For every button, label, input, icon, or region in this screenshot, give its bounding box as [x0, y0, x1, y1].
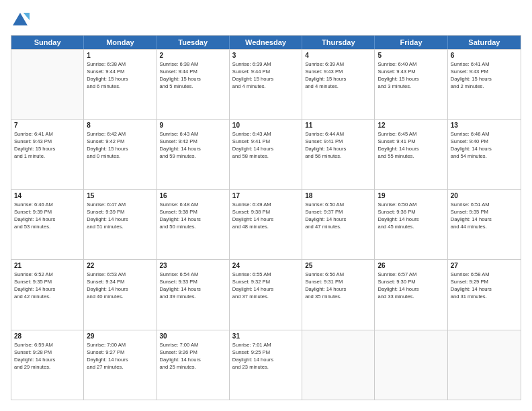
calendar-header-cell: Sunday [11, 36, 84, 49]
calendar-cell: 25Sunrise: 6:56 AMSunset: 9:31 PMDayligh… [302, 260, 375, 329]
calendar: SundayMondayTuesdayWednesdayThursdayFrid… [11, 35, 521, 400]
day-number: 7 [14, 122, 81, 129]
header [11, 11, 521, 30]
day-info: Sunrise: 7:00 AMSunset: 9:26 PMDaylight:… [160, 341, 226, 371]
day-info: Sunrise: 6:47 AMSunset: 9:39 PMDaylight:… [87, 201, 153, 230]
calendar-header: SundayMondayTuesdayWednesdayThursdayFrid… [11, 36, 521, 49]
calendar-cell: 13Sunrise: 6:46 AMSunset: 9:40 PMDayligh… [448, 120, 521, 189]
day-number: 13 [451, 122, 518, 129]
day-number: 24 [232, 262, 299, 269]
logo [11, 11, 32, 30]
day-info: Sunrise: 6:51 AMSunset: 9:35 PMDaylight:… [451, 201, 518, 230]
day-number: 3 [232, 52, 299, 59]
calendar-cell [448, 330, 521, 400]
day-number: 14 [14, 192, 81, 199]
day-info: Sunrise: 6:53 AMSunset: 9:34 PMDaylight:… [87, 271, 153, 300]
calendar-header-cell: Wednesday [230, 36, 302, 49]
day-info: Sunrise: 6:48 AMSunset: 9:38 PMDaylight:… [160, 201, 226, 230]
calendar-cell: 6Sunrise: 6:41 AMSunset: 9:43 PMDaylight… [448, 50, 521, 119]
day-info: Sunrise: 7:01 AMSunset: 9:25 PMDaylight:… [232, 341, 299, 371]
day-info: Sunrise: 6:39 AMSunset: 9:43 PMDaylight:… [305, 60, 371, 90]
day-info: Sunrise: 6:45 AMSunset: 9:41 PMDaylight:… [378, 130, 444, 160]
day-number: 10 [232, 122, 299, 129]
calendar-cell: 22Sunrise: 6:53 AMSunset: 9:34 PMDayligh… [84, 260, 157, 329]
day-info: Sunrise: 6:46 AMSunset: 9:39 PMDaylight:… [14, 201, 81, 230]
calendar-week: 28Sunrise: 6:59 AMSunset: 9:28 PMDayligh… [11, 330, 521, 400]
calendar-cell: 2Sunrise: 6:38 AMSunset: 9:44 PMDaylight… [157, 50, 230, 119]
calendar-week: 14Sunrise: 6:46 AMSunset: 9:39 PMDayligh… [11, 189, 521, 259]
calendar-cell: 7Sunrise: 6:41 AMSunset: 9:43 PMDaylight… [11, 120, 84, 189]
day-number: 18 [305, 192, 371, 199]
calendar-body: 1Sunrise: 6:38 AMSunset: 9:44 PMDaylight… [11, 49, 521, 400]
day-info: Sunrise: 6:42 AMSunset: 9:42 PMDaylight:… [87, 130, 153, 160]
day-info: Sunrise: 6:40 AMSunset: 9:43 PMDaylight:… [378, 60, 444, 90]
calendar-header-cell: Friday [375, 36, 447, 49]
calendar-cell: 24Sunrise: 6:55 AMSunset: 9:32 PMDayligh… [230, 260, 302, 329]
day-number: 25 [305, 262, 371, 269]
calendar-cell: 30Sunrise: 7:00 AMSunset: 9:26 PMDayligh… [157, 330, 230, 400]
calendar-cell: 15Sunrise: 6:47 AMSunset: 9:39 PMDayligh… [84, 190, 157, 259]
day-info: Sunrise: 6:59 AMSunset: 9:28 PMDaylight:… [14, 341, 81, 371]
day-number: 26 [378, 262, 444, 269]
day-number: 27 [451, 262, 518, 269]
day-info: Sunrise: 6:41 AMSunset: 9:43 PMDaylight:… [14, 130, 81, 160]
calendar-cell: 23Sunrise: 6:54 AMSunset: 9:33 PMDayligh… [157, 260, 230, 329]
day-info: Sunrise: 6:54 AMSunset: 9:33 PMDaylight:… [160, 271, 226, 300]
day-info: Sunrise: 6:46 AMSunset: 9:40 PMDaylight:… [451, 130, 518, 160]
calendar-cell: 19Sunrise: 6:50 AMSunset: 9:36 PMDayligh… [375, 190, 447, 259]
calendar-cell: 27Sunrise: 6:58 AMSunset: 9:29 PMDayligh… [448, 260, 521, 329]
day-info: Sunrise: 6:43 AMSunset: 9:42 PMDaylight:… [160, 130, 226, 160]
calendar-cell: 12Sunrise: 6:45 AMSunset: 9:41 PMDayligh… [375, 120, 447, 189]
calendar-cell: 26Sunrise: 6:57 AMSunset: 9:30 PMDayligh… [375, 260, 447, 329]
day-info: Sunrise: 6:39 AMSunset: 9:44 PMDaylight:… [232, 60, 299, 90]
day-number: 15 [87, 192, 153, 199]
calendar-week: 7Sunrise: 6:41 AMSunset: 9:43 PMDaylight… [11, 119, 521, 189]
day-number: 28 [14, 332, 81, 340]
calendar-cell: 29Sunrise: 7:00 AMSunset: 9:27 PMDayligh… [84, 330, 157, 400]
day-info: Sunrise: 6:50 AMSunset: 9:37 PMDaylight:… [305, 201, 371, 230]
calendar-cell: 14Sunrise: 6:46 AMSunset: 9:39 PMDayligh… [11, 190, 84, 259]
calendar-header-cell: Thursday [302, 36, 375, 49]
day-info: Sunrise: 6:49 AMSunset: 9:38 PMDaylight:… [232, 201, 299, 230]
calendar-cell: 16Sunrise: 6:48 AMSunset: 9:38 PMDayligh… [157, 190, 230, 259]
day-number: 30 [160, 332, 226, 340]
day-info: Sunrise: 6:57 AMSunset: 9:30 PMDaylight:… [378, 271, 444, 300]
day-info: Sunrise: 6:38 AMSunset: 9:44 PMDaylight:… [160, 60, 226, 90]
calendar-cell: 21Sunrise: 6:52 AMSunset: 9:35 PMDayligh… [11, 260, 84, 329]
day-number: 5 [378, 52, 444, 59]
day-number: 21 [14, 262, 81, 269]
day-number: 20 [451, 192, 518, 199]
day-number: 9 [160, 122, 226, 129]
calendar-cell [375, 330, 447, 400]
svg-marker-1 [24, 13, 30, 20]
calendar-cell: 5Sunrise: 6:40 AMSunset: 9:43 PMDaylight… [375, 50, 447, 119]
calendar-cell: 17Sunrise: 6:49 AMSunset: 9:38 PMDayligh… [230, 190, 302, 259]
day-number: 16 [160, 192, 226, 199]
calendar-week: 21Sunrise: 6:52 AMSunset: 9:35 PMDayligh… [11, 259, 521, 329]
day-number: 6 [451, 52, 518, 59]
day-number: 29 [87, 332, 153, 340]
day-number: 8 [87, 122, 153, 129]
calendar-week: 1Sunrise: 6:38 AMSunset: 9:44 PMDaylight… [11, 49, 521, 119]
day-info: Sunrise: 6:52 AMSunset: 9:35 PMDaylight:… [14, 271, 81, 300]
calendar-cell: 28Sunrise: 6:59 AMSunset: 9:28 PMDayligh… [11, 330, 84, 400]
calendar-header-cell: Monday [84, 36, 157, 49]
day-info: Sunrise: 6:58 AMSunset: 9:29 PMDaylight:… [451, 271, 518, 300]
calendar-cell: 4Sunrise: 6:39 AMSunset: 9:43 PMDaylight… [302, 50, 375, 119]
day-number: 12 [378, 122, 444, 129]
calendar-cell: 20Sunrise: 6:51 AMSunset: 9:35 PMDayligh… [448, 190, 521, 259]
day-info: Sunrise: 6:44 AMSunset: 9:41 PMDaylight:… [305, 130, 371, 160]
calendar-cell: 3Sunrise: 6:39 AMSunset: 9:44 PMDaylight… [230, 50, 302, 119]
day-info: Sunrise: 6:38 AMSunset: 9:44 PMDaylight:… [87, 60, 153, 90]
day-number: 11 [305, 122, 371, 129]
day-number: 31 [232, 332, 299, 340]
calendar-cell: 8Sunrise: 6:42 AMSunset: 9:42 PMDaylight… [84, 120, 157, 189]
calendar-cell: 10Sunrise: 6:43 AMSunset: 9:41 PMDayligh… [230, 120, 302, 189]
day-info: Sunrise: 6:50 AMSunset: 9:36 PMDaylight:… [378, 201, 444, 230]
day-info: Sunrise: 6:43 AMSunset: 9:41 PMDaylight:… [232, 130, 299, 160]
day-number: 19 [378, 192, 444, 199]
day-number: 23 [160, 262, 226, 269]
logo-icon [11, 11, 30, 30]
day-info: Sunrise: 6:55 AMSunset: 9:32 PMDaylight:… [232, 271, 299, 300]
calendar-cell: 9Sunrise: 6:43 AMSunset: 9:42 PMDaylight… [157, 120, 230, 189]
